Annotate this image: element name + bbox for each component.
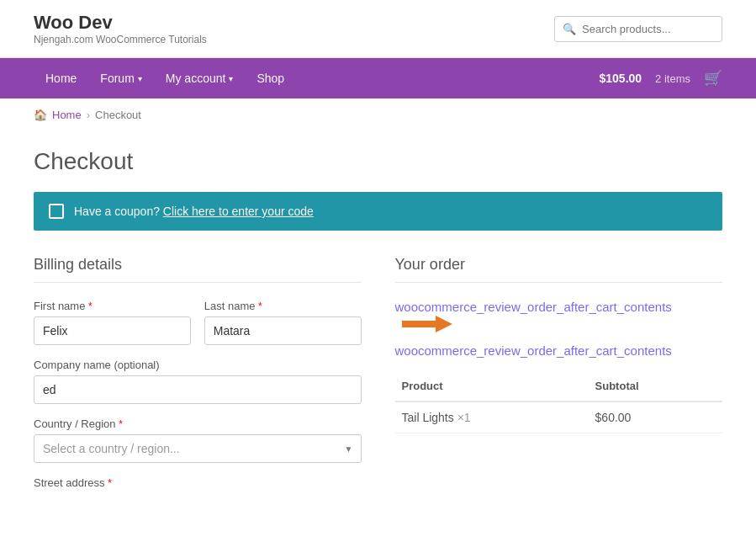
street-row: Street address *: [34, 476, 362, 489]
breadcrumb: 🏠 Home › Checkout: [0, 98, 756, 131]
home-icon: 🏠: [34, 109, 47, 121]
name-row: First name * Last name *: [34, 300, 362, 345]
hook-text-1: woocommerce_review_order_after_cart_cont…: [395, 300, 723, 337]
country-label: Country / Region *: [34, 417, 362, 430]
site-header: Woo Dev Njengah.com WooCommerce Tutorial…: [0, 0, 756, 58]
required-indicator: *: [119, 418, 123, 430]
nav-item-home[interactable]: Home: [34, 58, 88, 98]
nav-right: $105.00 2 items 🛒: [599, 69, 722, 88]
cart-icon[interactable]: 🛒: [704, 69, 722, 88]
search-icon: 🔍: [563, 23, 576, 35]
order-table-col-product: Product: [395, 371, 589, 401]
country-select[interactable]: Select a country / region... United Stat…: [34, 434, 362, 463]
cart-items-count: 2 items: [655, 72, 690, 85]
page-title: Checkout: [34, 148, 722, 175]
breadcrumb-current: Checkout: [95, 109, 141, 121]
order-table-header-row: Product Subtotal: [395, 371, 723, 401]
coupon-banner: Have a coupon? Click here to enter your …: [34, 192, 722, 231]
cart-total: $105.00: [599, 72, 642, 85]
country-row: Country / Region * Select a country / re…: [34, 417, 362, 463]
site-title: Woo Dev: [34, 12, 207, 34]
last-name-group: Last name *: [204, 300, 362, 345]
required-indicator: *: [108, 477, 112, 489]
order-product-name: Tail Lights ×1: [395, 401, 589, 433]
order-table: Product Subtotal Tail Lights ×1 $60.00: [395, 371, 723, 433]
billing-section: Billing details First name * Last name *: [34, 256, 362, 502]
search-input[interactable]: [554, 16, 722, 42]
required-indicator: *: [258, 300, 262, 312]
billing-section-title: Billing details: [34, 256, 362, 283]
first-name-label: First name *: [34, 300, 191, 312]
nav-left: Home Forum ▾ My account ▾ Shop: [34, 58, 296, 98]
company-input[interactable]: [34, 375, 362, 404]
coupon-icon: [49, 204, 64, 219]
site-nav: Home Forum ▾ My account ▾ Shop $105.00 2…: [0, 58, 756, 98]
company-label: Company name (optional): [34, 359, 362, 371]
nav-item-myaccount[interactable]: My account ▾: [154, 58, 246, 98]
last-name-label: Last name *: [204, 300, 362, 312]
order-section-title: Your order: [395, 256, 723, 283]
breadcrumb-separator: ›: [87, 109, 90, 121]
country-select-wrapper: Select a country / region... United Stat…: [34, 434, 362, 463]
required-indicator: *: [88, 300, 93, 312]
checkout-grid: Billing details First name * Last name *: [34, 256, 722, 502]
order-product-subtotal: $60.00: [589, 401, 722, 433]
main-content: Checkout Have a coupon? Click here to en…: [0, 131, 756, 536]
nav-item-forum[interactable]: Forum ▾: [88, 58, 153, 98]
nav-item-shop[interactable]: Shop: [245, 58, 296, 98]
order-table-row: Tail Lights ×1 $60.00: [395, 401, 723, 433]
company-group: Company name (optional): [34, 359, 362, 404]
order-table-col-subtotal: Subtotal: [589, 371, 722, 401]
chevron-down-icon: ▾: [229, 74, 233, 83]
first-name-group: First name *: [34, 300, 191, 345]
search-wrap: 🔍: [554, 16, 722, 42]
site-branding: Woo Dev Njengah.com WooCommerce Tutorial…: [34, 12, 207, 45]
street-group: Street address *: [34, 476, 362, 489]
coupon-text: Have a coupon? Click here to enter your …: [74, 205, 314, 218]
last-name-input[interactable]: [204, 316, 362, 345]
country-group: Country / Region * Select a country / re…: [34, 417, 362, 463]
street-label: Street address *: [34, 476, 362, 489]
coupon-link[interactable]: Click here to enter your code: [163, 205, 314, 218]
site-tagline: Njengah.com WooCommerce Tutorials: [34, 34, 207, 45]
svg-marker-0: [402, 316, 452, 332]
company-row: Company name (optional): [34, 359, 362, 404]
order-section: Your order woocommerce_review_order_afte…: [395, 256, 723, 502]
first-name-input[interactable]: [34, 316, 191, 345]
chevron-down-icon: ▾: [138, 74, 142, 83]
hook-text-2: woocommerce_review_order_after_cart_cont…: [395, 343, 723, 358]
arrow-right-icon: [402, 314, 452, 337]
breadcrumb-home-link[interactable]: Home: [52, 109, 82, 121]
